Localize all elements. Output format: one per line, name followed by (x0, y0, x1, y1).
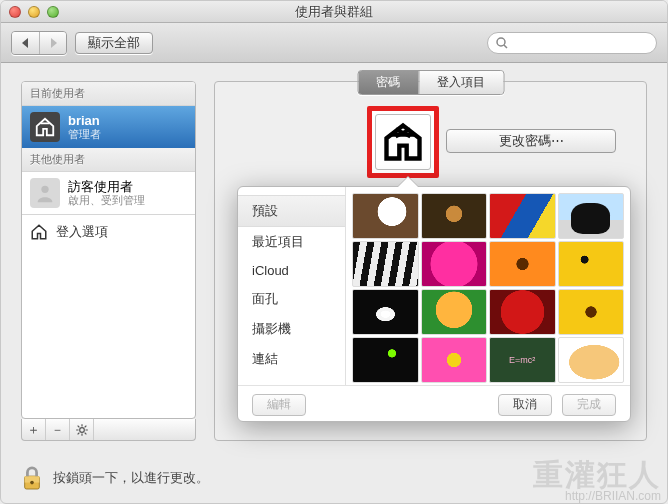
user-name: brian (68, 113, 101, 129)
lock-hint: 按鎖頭一下，以進行更改。 (53, 469, 209, 487)
category-item[interactable]: 面孔 (238, 284, 345, 314)
sidebar-tools: ＋ － (21, 419, 196, 441)
user-list: 目前使用者 brian 管理者 其他使用者 訪客使用 (21, 81, 196, 419)
user-role: 管理者 (68, 128, 101, 141)
svg-line-11 (77, 432, 79, 434)
search-icon (496, 37, 508, 49)
svg-point-14 (30, 481, 34, 485)
category-item[interactable]: 攝影機 (238, 314, 345, 344)
avatar-thumb[interactable] (421, 337, 488, 383)
avatar-thumb[interactable] (421, 193, 488, 239)
lock-icon[interactable] (21, 465, 43, 491)
login-options-row[interactable]: 登入選項 (22, 214, 195, 248)
svg-point-3 (79, 427, 84, 432)
forward-button[interactable] (39, 32, 66, 54)
avatar-thumb[interactable] (421, 241, 488, 287)
user-row-guest[interactable]: 訪客使用者 啟用、受到管理 (22, 172, 195, 214)
avatar-thumb[interactable] (352, 337, 419, 383)
avatar (30, 112, 60, 142)
user-row-current[interactable]: brian 管理者 (22, 106, 195, 148)
category-list: 預設 最近項目 iCloud 面孔 攝影機 連結 (238, 187, 346, 385)
avatar-picker-popover: 預設 最近項目 iCloud 面孔 攝影機 連結 (237, 186, 631, 422)
svg-line-9 (84, 432, 86, 434)
person-icon (34, 182, 56, 204)
tab-login-items[interactable]: 登入項目 (418, 71, 503, 94)
change-password-label: 更改密碼⋯ (499, 132, 564, 150)
show-all-label: 顯示全部 (88, 34, 140, 52)
remove-button[interactable]: － (46, 419, 70, 440)
house-icon (381, 120, 425, 164)
avatar-thumb[interactable] (558, 193, 625, 239)
titlebar: 使用者與群組 (1, 1, 667, 23)
content-panel: 密碼 登入項目 更改密碼⋯ 預設 最近項目 iCloud 面孔 攝影 (214, 81, 647, 441)
svg-line-10 (84, 425, 86, 427)
category-item[interactable]: 預設 (238, 195, 345, 227)
svg-line-1 (504, 45, 507, 48)
avatar-thumb[interactable] (558, 289, 625, 335)
avatar-grid: E=mc² (346, 187, 630, 385)
avatar-thumb[interactable] (352, 193, 419, 239)
sidebar: 目前使用者 brian 管理者 其他使用者 訪客使用 (21, 81, 196, 441)
watermark-name: 重灌狂人 (533, 459, 661, 491)
category-item[interactable]: iCloud (238, 257, 345, 284)
user-avatar-button[interactable] (367, 106, 439, 178)
avatar-thumb[interactable] (352, 289, 419, 335)
tabs: 密碼 登入項目 (357, 70, 504, 95)
gear-icon (75, 423, 89, 437)
avatar-thumb[interactable] (558, 241, 625, 287)
action-menu-button[interactable] (70, 419, 94, 440)
watermark: 重灌狂人 http://BRIIAN.com (533, 459, 661, 503)
avatar (30, 178, 60, 208)
avatar-thumb[interactable] (489, 289, 556, 335)
edit-button[interactable]: 編輯 (252, 394, 306, 416)
avatar-thumb[interactable]: E=mc² (489, 337, 556, 383)
avatar-thumb[interactable] (558, 337, 625, 383)
avatar-thumb[interactable] (489, 193, 556, 239)
svg-line-8 (77, 425, 79, 427)
tab-password[interactable]: 密碼 (358, 71, 418, 94)
svg-point-0 (497, 38, 505, 46)
user-name: 訪客使用者 (68, 179, 145, 195)
section-header-current: 目前使用者 (22, 82, 195, 106)
change-password-button[interactable]: 更改密碼⋯ (446, 129, 616, 153)
add-button[interactable]: ＋ (22, 419, 46, 440)
user-role: 啟用、受到管理 (68, 194, 145, 207)
done-button[interactable]: 完成 (562, 394, 616, 416)
show-all-button[interactable]: 顯示全部 (75, 32, 153, 54)
watermark-url: http://BRIIAN.com (533, 490, 661, 503)
category-item[interactable]: 最近項目 (238, 227, 345, 257)
avatar-thumb[interactable] (489, 241, 556, 287)
section-header-other: 其他使用者 (22, 148, 195, 172)
house-icon (30, 223, 48, 241)
back-button[interactable] (12, 32, 39, 54)
svg-point-2 (41, 186, 48, 193)
lock-row: 按鎖頭一下，以進行更改。 (21, 465, 209, 491)
cancel-button[interactable]: 取消 (498, 394, 552, 416)
avatar-thumb[interactable] (352, 241, 419, 287)
category-item[interactable]: 連結 (238, 344, 345, 374)
nav-segment (11, 31, 67, 55)
avatar-thumb[interactable] (421, 289, 488, 335)
house-icon (34, 116, 56, 138)
toolbar: 顯示全部 (1, 23, 667, 63)
login-options-label: 登入選項 (56, 223, 108, 241)
search-input[interactable] (487, 32, 657, 54)
window-title: 使用者與群組 (1, 3, 667, 21)
